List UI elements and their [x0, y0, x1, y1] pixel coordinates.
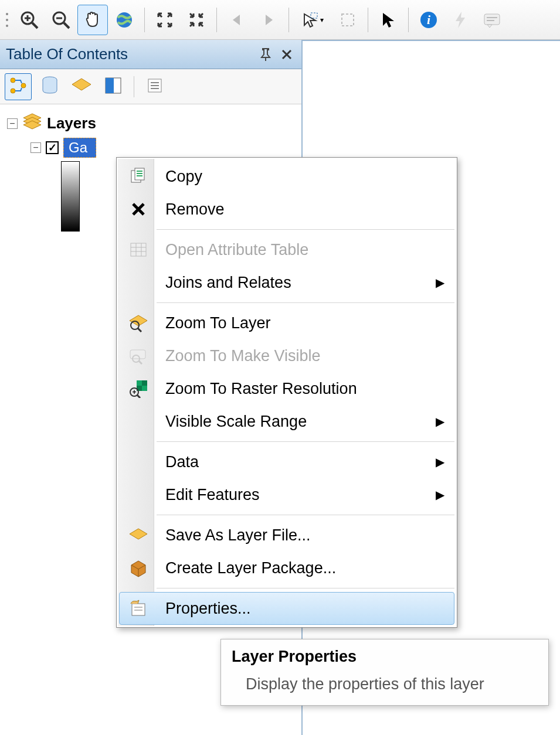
ctx-joins-relates[interactable]: Joins and Relates▶	[119, 266, 454, 299]
select-features-button[interactable]: ▾	[294, 5, 331, 35]
toolbar-grip[interactable]	[4, 13, 11, 27]
ctx-separator	[157, 441, 454, 442]
toc-title: Table Of Contents	[6, 45, 253, 63]
svg-point-17	[21, 83, 26, 88]
ctx-zoom-raster[interactable]: +Zoom To Raster Resolution	[119, 372, 454, 405]
ctx-item-label: Open Attribute Table	[165, 241, 444, 259]
layer-label-selected[interactable]: Ga	[63, 138, 96, 158]
clear-selection-icon	[339, 11, 357, 29]
svg-text:+: +	[132, 388, 136, 396]
ctx-item-label: Visible Scale Range	[165, 413, 436, 431]
ctx-item-label: Remove	[165, 200, 444, 219]
toc-options-button[interactable]	[141, 73, 168, 100]
ctx-separator	[157, 515, 454, 515]
ctx-data[interactable]: Data▶	[119, 445, 454, 478]
ctx-zoom-to-layer[interactable]: Zoom To Layer	[119, 307, 454, 339]
ctx-copy[interactable]: Copy	[119, 160, 454, 193]
table-icon	[128, 239, 149, 260]
lightning-icon	[453, 11, 468, 29]
zoom-out-button[interactable]	[46, 5, 76, 35]
svg-rect-34	[131, 243, 146, 256]
properties-icon	[128, 598, 149, 619]
ctx-visible-scale[interactable]: Visible Scale Range▶	[119, 405, 454, 438]
clear-selection-button	[332, 5, 363, 35]
pin-icon[interactable]	[257, 46, 274, 63]
html-popup-button	[445, 5, 476, 35]
svg-point-15	[11, 78, 15, 83]
ctx-item-label: Save As Layer File...	[165, 526, 444, 545]
copy-icon	[128, 166, 149, 187]
ctx-separator	[157, 229, 454, 230]
layer-context-menu: CopyRemoveOpen Attribute TableJoins and …	[116, 157, 457, 628]
submenu-arrow-icon: ▶	[436, 414, 444, 428]
svg-rect-21	[106, 78, 114, 93]
ctx-separator	[157, 302, 454, 303]
submenu-arrow-icon: ▶	[436, 488, 444, 502]
zoom-in-icon	[19, 10, 39, 30]
pan-icon	[83, 10, 103, 30]
tree-row-layer[interactable]: − Ga	[7, 138, 294, 158]
ctx-save-layer-file[interactable]: Save As Layer File...	[119, 519, 454, 552]
list-by-drawing-order-button[interactable]	[5, 73, 32, 100]
ctx-remove[interactable]: Remove	[119, 193, 454, 226]
ctx-item-label: Edit Features	[165, 486, 436, 504]
list-by-selection-button[interactable]	[100, 73, 127, 100]
layer-visibility-checkbox[interactable]	[46, 141, 59, 154]
ctx-item-label: Zoom To Layer	[165, 314, 444, 332]
next-extent-button	[253, 5, 284, 35]
ctx-open-attr-table: Open Attribute Table	[119, 233, 454, 266]
list-by-selection-icon	[103, 76, 123, 98]
ctx-item-label: Zoom To Make Visible	[165, 347, 444, 365]
expander-icon[interactable]: −	[30, 142, 41, 153]
close-icon[interactable]	[278, 46, 296, 63]
fixed-zoom-in-icon	[156, 11, 174, 29]
fixed-zoom-in-button[interactable]	[150, 5, 180, 35]
svg-rect-46	[137, 380, 142, 386]
identify-icon: i	[419, 11, 438, 29]
zoom-layer-icon	[128, 312, 149, 334]
svg-rect-52	[132, 604, 145, 615]
ctx-item-label: Data	[165, 453, 436, 471]
expander-icon[interactable]: −	[7, 118, 18, 129]
toc-toolbar-separator	[134, 76, 134, 97]
fixed-zoom-out-button[interactable]	[181, 5, 212, 35]
list-by-visibility-button[interactable]	[68, 73, 95, 100]
zoom-in-button[interactable]	[14, 5, 45, 35]
submenu-arrow-icon: ▶	[436, 275, 444, 290]
ctx-create-layer-package[interactable]: Create Layer Package...	[119, 552, 454, 584]
ctx-item-label: Create Layer Package...	[165, 559, 444, 577]
identify-button[interactable]: i	[413, 5, 444, 35]
svg-point-7	[117, 12, 132, 28]
select-elements-button[interactable]	[373, 5, 403, 35]
remove-icon	[128, 199, 149, 220]
ctx-separator	[157, 588, 454, 588]
layers-stack-icon	[22, 113, 42, 134]
list-by-source-icon	[40, 76, 59, 98]
previous-extent-button	[222, 5, 252, 35]
svg-line-41	[138, 328, 141, 332]
ctx-edit-features[interactable]: Edit Features▶	[119, 478, 454, 511]
svg-line-5	[64, 23, 69, 28]
svg-rect-8	[311, 13, 317, 18]
tooltip-title: Layer Properties	[232, 648, 538, 666]
ctx-item-label: Zoom To Raster Resolution	[165, 380, 444, 398]
tooltip: Layer Properties Display the properties …	[220, 639, 549, 706]
svg-rect-9	[342, 14, 354, 26]
pan-button[interactable]	[77, 5, 108, 35]
full-extent-button[interactable]	[109, 5, 140, 35]
tree-row-root[interactable]: − Layers	[7, 113, 294, 134]
svg-point-16	[11, 89, 15, 93]
toolbar-separator	[289, 8, 289, 32]
svg-line-49	[137, 395, 140, 398]
list-by-source-button[interactable]	[36, 73, 63, 100]
svg-marker-51	[130, 529, 147, 539]
toolbar-separator	[144, 8, 145, 32]
main-toolbar: ▾i	[0, 0, 560, 40]
ctx-item-label: Properties...	[165, 600, 444, 618]
toolbar-separator	[216, 8, 217, 32]
ctx-zoom-make-visible: Zoom To Make Visible	[119, 339, 454, 372]
select-features-icon	[301, 11, 319, 29]
ctx-properties[interactable]: Properties...	[119, 592, 454, 625]
options-icon	[145, 76, 164, 97]
submenu-arrow-icon: ▶	[436, 455, 444, 469]
